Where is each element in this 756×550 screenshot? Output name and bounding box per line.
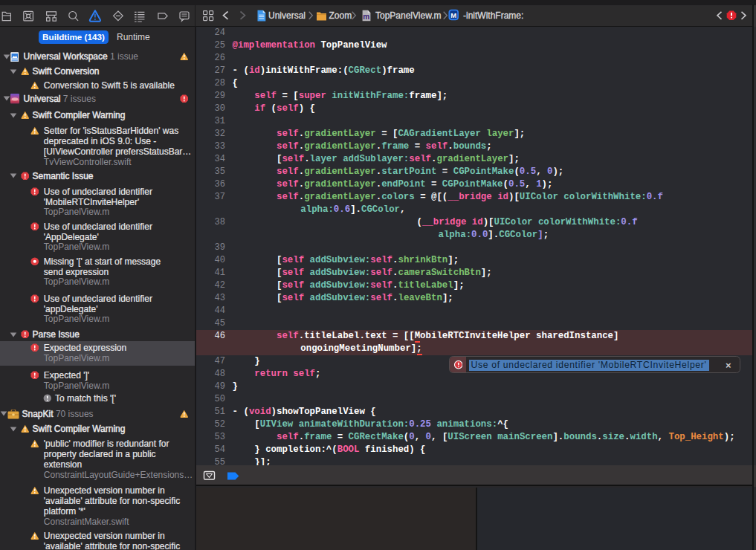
svg-text:M: M [450,11,456,19]
svg-text:m: m [363,13,369,21]
